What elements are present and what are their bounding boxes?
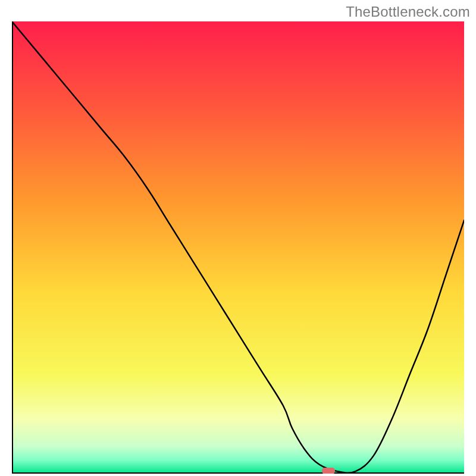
chart-svg (12, 21, 464, 474)
watermark-text: TheBottleneck.com (346, 4, 470, 20)
chart-wrapper: TheBottleneck.com (0, 0, 476, 476)
plot-background (12, 21, 464, 474)
optimal-marker (322, 468, 335, 474)
chart-area (12, 21, 464, 474)
